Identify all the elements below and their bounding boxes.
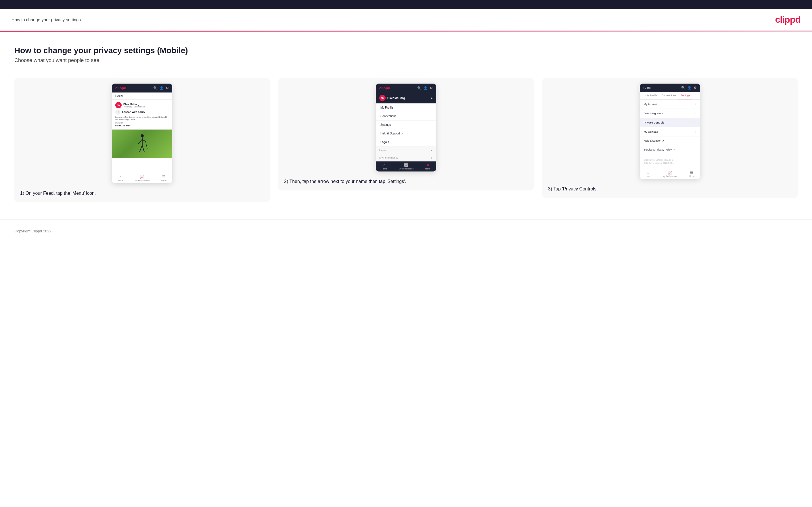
main-content: How to change your privacy settings (Mob… bbox=[0, 32, 812, 219]
menu-section-performance: My Performance ∨ bbox=[376, 154, 436, 161]
settings-icon-1: ⚙ bbox=[166, 86, 169, 90]
settings-item-service-privacy: Service & Privacy Policy ↗ bbox=[640, 145, 700, 154]
phone-navbar-1: clippd 🔍 👤 ⚙ bbox=[112, 83, 172, 93]
menu-item-profile-label: My Profile bbox=[380, 106, 393, 109]
version-line-1: Clippd Client Version: 2022.8.3-3 bbox=[644, 158, 696, 161]
copyright-text: Copyright Clippd 2022 bbox=[14, 229, 51, 233]
performance-icon-3: 📈 bbox=[668, 171, 672, 175]
phone-logo-2: clippd bbox=[379, 86, 390, 90]
menu-icon-3: ☰ bbox=[690, 171, 693, 175]
performance-label-2: My Performance bbox=[399, 168, 413, 170]
lesson-row: 📋 Lesson with Fordy bbox=[115, 109, 169, 115]
duration-label: Duration bbox=[115, 122, 169, 124]
performance-label-1: My Performance bbox=[135, 179, 150, 181]
header-title: How to change your privacy settings bbox=[11, 17, 81, 22]
chevron-up-icon: ∧ bbox=[431, 97, 433, 100]
menu-section-home: Home ∨ bbox=[376, 147, 436, 154]
lesson-desc: Looking to feel like my hands are exitin… bbox=[115, 116, 169, 121]
menu-item-settings-label: Settings bbox=[380, 123, 391, 126]
step-3-card: ‹ Back 🔍 👤 ⚙ My Profile Connections Sett… bbox=[542, 78, 798, 198]
home-icon-3: ⌂ bbox=[647, 171, 649, 175]
phone-content-1: Feed BM Blair McHarg Yesterday · Sunning… bbox=[112, 93, 172, 173]
svg-line-5 bbox=[142, 145, 144, 152]
home-label-2: Home bbox=[382, 168, 387, 170]
help-support-label-3: Help & Support ↗ bbox=[644, 139, 664, 142]
logo: clippd bbox=[775, 14, 801, 25]
steps-container: clippd 🔍 👤 ⚙ Feed BM Blair McHarg bbox=[14, 78, 798, 202]
bottom-home-3: ⌂ Home bbox=[646, 171, 651, 177]
step-3-description: 3) Tap 'Privacy Controls'. bbox=[548, 186, 792, 192]
data-integrations-label: Data Integrations bbox=[644, 112, 664, 115]
menu-item-connections: Connections bbox=[376, 112, 436, 121]
avatar-1: BM bbox=[115, 102, 121, 108]
back-button-3: ‹ Back bbox=[643, 87, 651, 89]
post-item: BM Blair McHarg Yesterday · Sunningdale … bbox=[112, 100, 172, 129]
bottom-home-1: ⌂ Home bbox=[117, 175, 123, 181]
settings-list: My Account › Data Integrations › Privacy… bbox=[640, 100, 700, 154]
chevron-right-account: › bbox=[695, 103, 696, 106]
user-icon-1: 👤 bbox=[160, 86, 164, 90]
settings-item-my-golf-bag: My Golf Bag › bbox=[640, 127, 700, 136]
performance-icon-2: 📈 bbox=[404, 163, 408, 167]
feed-tab: Feed bbox=[112, 93, 172, 100]
menu-item-help-label: Help & Support ↗ bbox=[380, 132, 403, 135]
lesson-title: Lesson with Fordy bbox=[122, 111, 145, 113]
golfer-silhouette bbox=[136, 133, 149, 155]
step-1-description: 1) On your Feed, tap the 'Menu' icon. bbox=[20, 190, 264, 196]
tab-settings: Settings bbox=[678, 92, 693, 99]
duration-value: 01 hr : 30 min bbox=[115, 124, 169, 127]
step-1-phone: clippd 🔍 👤 ⚙ Feed BM Blair McHarg bbox=[112, 83, 172, 183]
close-label-2: Menu bbox=[425, 168, 430, 170]
post-author-name: Blair McHarg bbox=[123, 103, 145, 106]
svg-line-2 bbox=[138, 139, 142, 143]
home-icon-2: ⌂ bbox=[383, 163, 385, 167]
user-icon-2: 👤 bbox=[423, 86, 427, 90]
phone-bottom-nav-3: ⌂ Home 📈 My Performance ☰ Menu bbox=[640, 169, 700, 179]
my-golf-bag-label: My Golf Bag bbox=[644, 130, 658, 133]
menu-label-1: Menu bbox=[161, 179, 166, 181]
search-icon-2: 🔍 bbox=[417, 86, 421, 90]
home-label-1: Home bbox=[117, 179, 123, 181]
bottom-performance-3: 📈 My Performance bbox=[663, 171, 677, 177]
tab-my-profile: My Profile bbox=[643, 92, 659, 99]
svg-line-3 bbox=[142, 139, 146, 141]
avatar-2: BM bbox=[379, 95, 386, 101]
search-icon-1: 🔍 bbox=[153, 86, 157, 90]
phone-bottom-nav-2: ⌂ Home 📈 My Performance ✕ Menu bbox=[376, 161, 436, 171]
phone-icons-1: 🔍 👤 ⚙ bbox=[153, 86, 169, 90]
golf-image bbox=[112, 129, 172, 158]
user-icon-3: 👤 bbox=[688, 86, 692, 90]
settings-item-my-account: My Account › bbox=[640, 100, 700, 109]
chevron-down-performance-icon: ∨ bbox=[431, 156, 433, 159]
home-icon-1: ⌂ bbox=[119, 175, 121, 179]
page-title: How to change your privacy settings (Mob… bbox=[14, 46, 798, 55]
bottom-close-2: ✕ Menu bbox=[425, 163, 430, 170]
menu-item-help: Help & Support ↗ bbox=[376, 129, 436, 138]
phone-logo-1: clippd bbox=[115, 86, 126, 90]
settings-tabs: My Profile Connections Settings bbox=[640, 92, 700, 100]
settings-item-help-support: Help & Support ↗ bbox=[640, 136, 700, 145]
settings-icon-3: ⚙ bbox=[694, 86, 697, 90]
svg-line-6 bbox=[146, 141, 147, 149]
post-meta: Yesterday · Sunningdale bbox=[123, 106, 145, 108]
performance-label-3: My Performance bbox=[663, 175, 677, 177]
menu-dropdown: My Profile Connections Settings Help & S… bbox=[376, 103, 436, 161]
top-bar bbox=[0, 0, 812, 9]
menu-icon-1: ☰ bbox=[162, 175, 165, 179]
svg-line-4 bbox=[140, 145, 142, 152]
step-2-card: clippd 🔍 👤 ⚙ BM Blair McHarg ∧ bbox=[278, 78, 534, 190]
menu-item-logout-label: Logout bbox=[380, 140, 389, 144]
page-subtitle: Choose what you want people to see bbox=[14, 57, 798, 63]
post-header: BM Blair McHarg Yesterday · Sunningdale bbox=[115, 102, 169, 108]
phone-navbar-2: clippd 🔍 👤 ⚙ bbox=[376, 83, 436, 93]
version-line-2: GQL Server Version: 2022.7.30-1 bbox=[644, 161, 696, 165]
performance-icon-1: 📈 bbox=[140, 175, 144, 179]
settings-item-privacy-controls: Privacy Controls › bbox=[640, 118, 700, 127]
step-1-card: clippd 🔍 👤 ⚙ Feed BM Blair McHarg bbox=[14, 78, 270, 202]
menu-item-logout: Logout bbox=[376, 138, 436, 147]
menu-section-performance-label: My Performance bbox=[379, 156, 398, 159]
menu-section-home-label: Home bbox=[379, 149, 386, 152]
home-label-3: Home bbox=[646, 175, 651, 177]
menu-item-connections-label: Connections bbox=[380, 115, 397, 118]
step-2-phone: clippd 🔍 👤 ⚙ BM Blair McHarg ∧ bbox=[376, 83, 436, 171]
